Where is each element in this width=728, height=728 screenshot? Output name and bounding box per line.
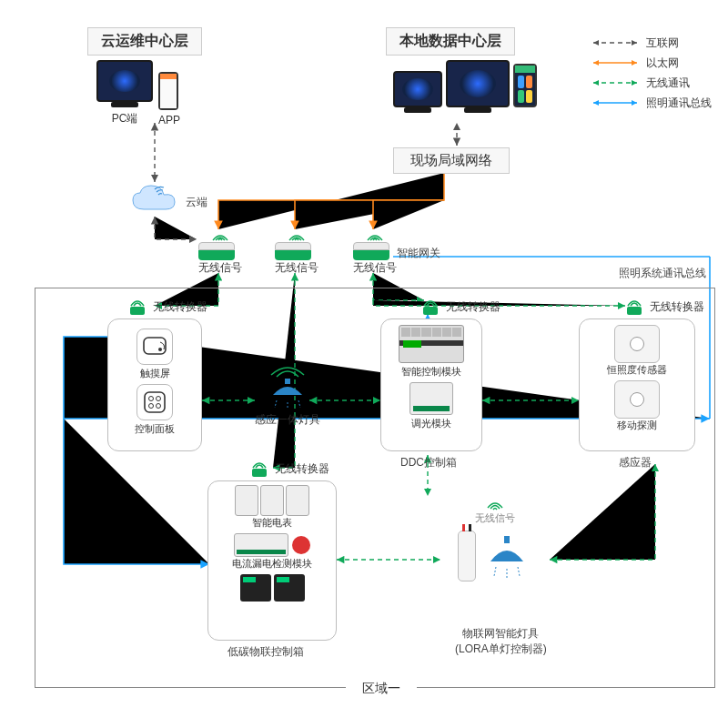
gateway-1: 无线信号 (198, 229, 242, 276)
legend-lighting-bus: 照明通讯总线 (592, 93, 712, 113)
wireless-signal-label: 无线信号 (275, 260, 318, 276)
pc-monitor-icon (96, 60, 153, 102)
cloud-layer-title: 云运维中心层 (87, 27, 202, 56)
zone-label: 区域一 (346, 681, 417, 697)
local-layer-devices (393, 60, 537, 107)
legend-wireless: 无线通讯 (592, 73, 712, 93)
wireless-signal-label: 无线信号 (198, 260, 242, 276)
svg-marker-2 (632, 40, 637, 46)
legend-ethernet: 以太网 (592, 53, 712, 73)
pc-label: PC端 (96, 111, 153, 126)
monitor-icon (393, 71, 442, 107)
gateway-3: 无线信号 (353, 229, 397, 276)
svg-marker-5 (632, 60, 637, 66)
svg-marker-4 (593, 60, 599, 66)
router-icon (275, 242, 311, 260)
zone-frame (35, 288, 715, 688)
svg-marker-8 (632, 80, 637, 86)
cloud-label: 云端 (186, 195, 207, 210)
svg-marker-7 (593, 80, 599, 86)
gateway-2: 无线信号 (275, 229, 318, 276)
router-icon (353, 242, 389, 260)
svg-marker-11 (632, 100, 637, 106)
svg-marker-1 (593, 40, 599, 46)
svg-marker-10 (593, 100, 599, 106)
wireless-signal-label: 无线信号 (353, 260, 397, 276)
legend-internet: 互联网 (592, 33, 712, 53)
cloud-layer-devices: PC端 APP (96, 60, 180, 126)
cloud-icon (127, 182, 182, 217)
monitor-icon (446, 60, 510, 107)
tablet-icon (513, 64, 537, 107)
router-icon (198, 242, 235, 260)
app-label: APP (158, 114, 180, 126)
lighting-bus-label: 照明系统通讯总线 (619, 266, 706, 281)
legend: 互联网 以太网 无线通讯 照明通讯总线 (592, 33, 712, 113)
lan-title: 现场局域网络 (393, 147, 510, 174)
local-layer-title: 本地数据中心层 (386, 27, 515, 56)
phone-icon (158, 72, 178, 110)
smart-gateway-label: 智能网关 (397, 246, 440, 261)
